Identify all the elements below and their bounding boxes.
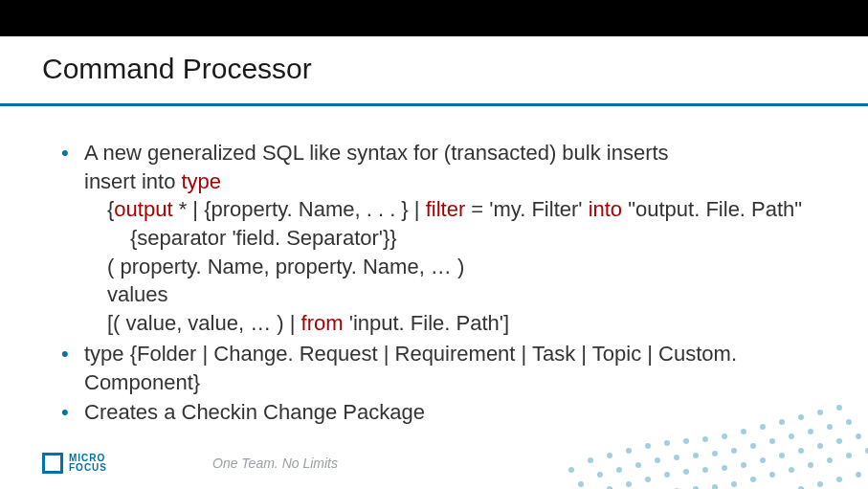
svg-point-22 — [712, 451, 718, 456]
svg-point-68 — [817, 481, 823, 487]
text-span: ( property. Name, property. Name, … ) — [107, 255, 464, 278]
svg-point-38 — [741, 462, 746, 468]
svg-point-27 — [808, 429, 813, 434]
svg-point-57 — [846, 453, 852, 458]
top-blackbar — [0, 0, 868, 36]
text-span: 'input. File. Path'] — [344, 311, 510, 335]
bullet-lead: A new generalized SQL like syntax for (t… — [84, 139, 830, 167]
keyword-span: filter — [426, 197, 466, 221]
text-span: {separator 'field. Separator'}} — [130, 226, 397, 250]
svg-point-19 — [655, 457, 660, 463]
svg-point-52 — [750, 477, 756, 482]
svg-point-36 — [702, 467, 708, 473]
keyword-span: into — [589, 197, 622, 221]
bullet-lead: Creates a Checkin Change Package — [84, 398, 830, 427]
svg-point-50 — [712, 484, 718, 489]
title-area: Command Processor — [42, 53, 849, 85]
keyword-span: output — [114, 197, 172, 221]
svg-point-40 — [779, 453, 785, 458]
svg-point-20 — [674, 455, 679, 460]
bullet-subline: values — [84, 280, 830, 309]
svg-point-3 — [626, 448, 632, 454]
svg-point-8 — [722, 433, 727, 439]
svg-point-42 — [817, 443, 823, 449]
svg-point-23 — [731, 448, 737, 454]
svg-point-1 — [588, 457, 593, 463]
bullet-subline: ( property. Name, property. Name, … ) — [84, 253, 830, 281]
svg-point-39 — [760, 457, 766, 463]
svg-point-6 — [683, 438, 689, 444]
footer: MICRO FOCUS One Team. No Limits — [42, 453, 338, 474]
svg-point-21 — [693, 453, 699, 458]
bullet-item: type {Folder | Change. Request | Require… — [57, 340, 830, 396]
svg-point-33 — [645, 477, 651, 482]
svg-point-34 — [664, 472, 670, 478]
bullet-lead: type {Folder | Change. Request | Require… — [84, 340, 830, 396]
svg-point-53 — [769, 472, 775, 478]
svg-point-15 — [578, 481, 584, 487]
svg-point-4 — [645, 443, 651, 449]
svg-point-14 — [836, 405, 842, 411]
bullet-list: A new generalized SQL like syntax for (t… — [57, 139, 830, 427]
bullet-item: Creates a Checkin Change Package — [57, 398, 830, 427]
text-span: values — [107, 282, 168, 306]
svg-point-17 — [616, 467, 622, 473]
svg-point-26 — [789, 433, 794, 439]
svg-point-70 — [856, 472, 861, 478]
text-span: insert into — [84, 169, 182, 193]
content-area: A new generalized SQL like syntax for (t… — [57, 139, 830, 429]
text-span: = 'my. Filter' — [465, 197, 588, 221]
text-span: [( value, value, … ) | — [107, 311, 301, 335]
svg-point-69 — [836, 477, 842, 482]
svg-point-29 — [846, 419, 852, 425]
svg-point-55 — [808, 462, 813, 468]
svg-point-9 — [741, 429, 746, 434]
bullet-subline: [( value, value, … ) | from 'input. File… — [84, 309, 830, 338]
svg-point-41 — [798, 448, 804, 454]
bullet-subline: insert into type — [84, 167, 830, 196]
svg-point-56 — [827, 457, 833, 463]
svg-point-2 — [607, 453, 612, 458]
tagline: One Team. No Limits — [212, 456, 338, 471]
svg-point-37 — [722, 465, 727, 471]
svg-point-16 — [597, 472, 603, 478]
keyword-span: type — [182, 169, 222, 193]
svg-point-7 — [702, 436, 708, 442]
keyword-span: from — [301, 311, 344, 335]
svg-point-54 — [789, 467, 794, 473]
microfocus-logo: MICRO FOCUS — [42, 453, 107, 474]
svg-point-43 — [836, 438, 842, 444]
svg-point-35 — [683, 469, 689, 475]
svg-point-44 — [856, 433, 861, 439]
logo-square-icon — [42, 453, 63, 474]
svg-point-18 — [635, 462, 641, 468]
svg-point-24 — [750, 443, 756, 449]
logo-text: MICRO FOCUS — [69, 454, 107, 473]
svg-point-5 — [664, 440, 670, 446]
logo-line2: FOCUS — [69, 462, 107, 473]
text-span: "output. File. Path" — [622, 197, 802, 221]
svg-point-0 — [568, 467, 574, 473]
text-span: * | {property. Name, . . . } | — [173, 197, 426, 221]
bullet-item: A new generalized SQL like syntax for (t… — [57, 139, 830, 338]
svg-point-32 — [626, 481, 632, 487]
svg-point-51 — [731, 481, 737, 487]
svg-point-25 — [769, 438, 775, 444]
page-title: Command Processor — [42, 53, 849, 85]
title-underline — [0, 103, 868, 106]
bullet-subline: {separator 'field. Separator'}} — [84, 224, 830, 253]
bullet-subline: {output * | {property. Name, . . . } | f… — [84, 195, 830, 224]
